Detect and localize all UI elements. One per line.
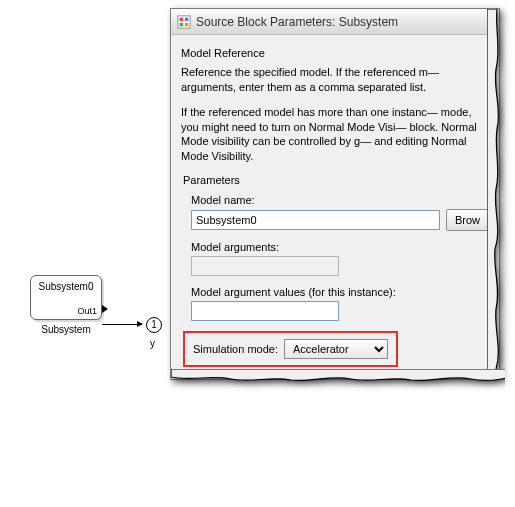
model-argvals-label: Model argument values (for this instance… <box>191 286 489 298</box>
svg-rect-4 <box>185 22 189 26</box>
description-2: If the referenced model has more than on… <box>181 105 489 164</box>
model-name-label: Model name: <box>191 194 489 206</box>
dialog-titlebar[interactable]: Source Block Parameters: Subsystem <box>171 9 499 35</box>
section-heading: Model Reference <box>181 47 489 59</box>
svg-rect-3 <box>180 22 184 26</box>
browse-button[interactable]: Brow <box>446 209 489 231</box>
description-1: Reference the specified model. If the re… <box>181 65 489 95</box>
model-args-label: Model arguments: <box>191 241 489 253</box>
simulink-app-icon <box>177 15 191 29</box>
model-args-group: Model arguments: <box>191 241 489 276</box>
simulation-mode-label: Simulation mode: <box>193 343 278 355</box>
svg-rect-1 <box>180 17 184 21</box>
block-caption: Subsystem <box>30 324 102 335</box>
model-argvals-input[interactable] <box>191 301 339 321</box>
simulation-mode-select[interactable]: Accelerator <box>284 339 388 359</box>
svg-rect-2 <box>185 17 189 21</box>
model-name-input[interactable] <box>191 210 440 230</box>
block-title: Subsystem0 <box>31 276 101 292</box>
simulation-mode-highlight: Simulation mode: Accelerator <box>183 331 398 367</box>
model-reference-block[interactable]: Subsystem0 Out1 <box>30 275 102 320</box>
signal-wire <box>102 324 142 325</box>
model-argvals-group: Model argument values (for this instance… <box>191 286 489 321</box>
dialog-title: Source Block Parameters: Subsystem <box>196 15 398 29</box>
model-args-input <box>191 256 339 276</box>
simulink-canvas: Subsystem0 Out1 1 y Subsystem <box>30 275 102 335</box>
dialog-body: Model Reference Reference the specified … <box>171 35 499 379</box>
block-out-label: Out1 <box>77 306 97 316</box>
outport-label: y <box>150 338 155 349</box>
block-parameters-dialog: Source Block Parameters: Subsystem Model… <box>170 8 500 380</box>
outport-block[interactable]: 1 <box>146 317 162 333</box>
parameters-heading: Parameters <box>183 174 489 186</box>
block-output-port-icon <box>102 305 108 313</box>
model-name-group: Model name: Brow <box>191 194 489 231</box>
